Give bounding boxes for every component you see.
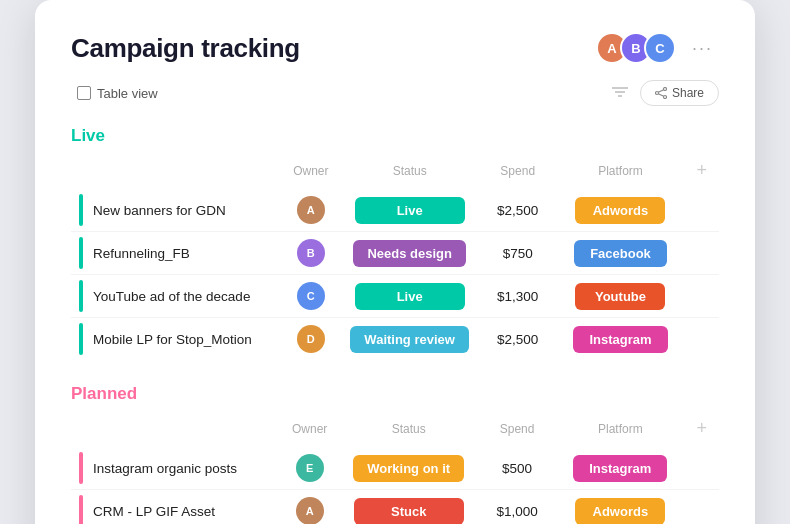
status-badge: Live (355, 197, 465, 224)
owner-avatar: B (297, 239, 325, 267)
row-name-cell: Instagram organic posts (71, 447, 280, 490)
owner-avatar: A (296, 497, 324, 524)
avatar-group: A B C (596, 32, 676, 64)
owner-avatar: A (297, 196, 325, 224)
platform-badge: Instagram (573, 455, 667, 482)
add-live-column-button[interactable]: + (692, 160, 711, 181)
row-name-cell: CRM - LP GIF Asset (71, 490, 280, 525)
table-row: CRM - LP GIF Asset A Stuck $1,000 Adword… (71, 490, 719, 525)
share-button[interactable]: Share (640, 80, 719, 106)
platform-badge: Adwords (575, 197, 665, 224)
col-header-platform: Platform (557, 156, 685, 189)
campaign-name: YouTube ad of the decade (93, 289, 250, 304)
row-bar (79, 452, 83, 484)
status-badge: Live (355, 283, 465, 310)
table-view-button[interactable]: Table view (71, 82, 164, 105)
platform-badge: Adwords (575, 498, 665, 525)
campaign-name: Instagram organic posts (93, 461, 237, 476)
owner-avatar: D (297, 325, 325, 353)
svg-line-6 (658, 90, 663, 93)
live-table: Owner Status Spend Platform + New banner… (71, 156, 719, 360)
row-bar (79, 194, 83, 226)
table-row: Instagram organic posts E Working on it … (71, 447, 719, 490)
toolbar-right: Share (608, 80, 719, 106)
row-name-cell: New banners for GDN (71, 189, 281, 232)
campaign-name: New banners for GDN (93, 203, 226, 218)
more-options-button[interactable]: ··· (686, 36, 719, 61)
share-icon (655, 87, 667, 99)
spend-cell: $750 (479, 232, 557, 275)
row-name-cell: YouTube ad of the decade (71, 275, 281, 318)
table-row: Refunneling_FB B Needs design $750 Faceb… (71, 232, 719, 275)
campaign-name: CRM - LP GIF Asset (93, 504, 215, 519)
page-title: Campaign tracking (71, 33, 300, 64)
campaign-name: Refunneling_FB (93, 246, 190, 261)
col-header-name (71, 414, 280, 447)
table-view-label: Table view (97, 86, 158, 101)
filter-icon (612, 86, 628, 98)
svg-line-7 (658, 94, 663, 97)
row-bar (79, 237, 83, 269)
owner-avatar: C (297, 282, 325, 310)
status-badge: Needs design (353, 240, 466, 267)
col-header-spend: Spend (478, 414, 556, 447)
row-name-cell: Mobile LP for Stop_Motion (71, 318, 281, 361)
col-header-status: Status (339, 414, 478, 447)
filter-button[interactable] (608, 80, 632, 106)
platform-badge: Youtube (575, 283, 665, 310)
spend-cell: $1,300 (479, 275, 557, 318)
campaign-name: Mobile LP for Stop_Motion (93, 332, 252, 347)
platform-badge: Facebook (574, 240, 667, 267)
platform-badge: Instagram (573, 326, 667, 353)
spend-cell: $1,000 (478, 490, 556, 525)
page-header: Campaign tracking A B C ··· (71, 32, 719, 64)
row-bar (79, 323, 83, 355)
col-header-status: Status (340, 156, 479, 189)
col-header-owner: Owner (281, 156, 340, 189)
section-planned: Planned Owner Status Spend Platform + (71, 384, 719, 524)
row-name-cell: Refunneling_FB (71, 232, 281, 275)
share-label: Share (672, 86, 704, 100)
spend-cell: $2,500 (479, 189, 557, 232)
col-header-name (71, 156, 281, 189)
section-planned-title: Planned (71, 384, 719, 404)
add-planned-column-button[interactable]: + (692, 418, 711, 439)
col-header-platform: Platform (556, 414, 684, 447)
spend-cell: $2,500 (479, 318, 557, 361)
status-badge: Working on it (353, 455, 464, 482)
spend-cell: $500 (478, 447, 556, 490)
row-bar (79, 495, 83, 524)
svg-point-5 (663, 96, 666, 99)
svg-point-4 (655, 92, 658, 95)
status-badge: Waiting review (350, 326, 469, 353)
toolbar: Table view Share (71, 80, 719, 106)
status-badge: Stuck (354, 498, 464, 525)
section-live-title: Live (71, 126, 719, 146)
table-row: New banners for GDN A Live $2,500 Adword… (71, 189, 719, 232)
col-header-add: + (684, 156, 719, 189)
col-header-owner: Owner (280, 414, 339, 447)
col-header-add: + (684, 414, 719, 447)
table-view-icon (77, 86, 91, 100)
col-header-spend: Spend (479, 156, 557, 189)
svg-point-3 (663, 88, 666, 91)
planned-table: Owner Status Spend Platform + Instagram … (71, 414, 719, 524)
row-bar (79, 280, 83, 312)
section-live: Live Owner Status Spend Platform + (71, 126, 719, 360)
header-right: A B C ··· (596, 32, 719, 64)
table-row: YouTube ad of the decade C Live $1,300 Y… (71, 275, 719, 318)
avatar-3: C (644, 32, 676, 64)
owner-avatar: E (296, 454, 324, 482)
main-card: Campaign tracking A B C ··· Table view (35, 0, 755, 524)
table-row: Mobile LP for Stop_Motion D Waiting revi… (71, 318, 719, 361)
